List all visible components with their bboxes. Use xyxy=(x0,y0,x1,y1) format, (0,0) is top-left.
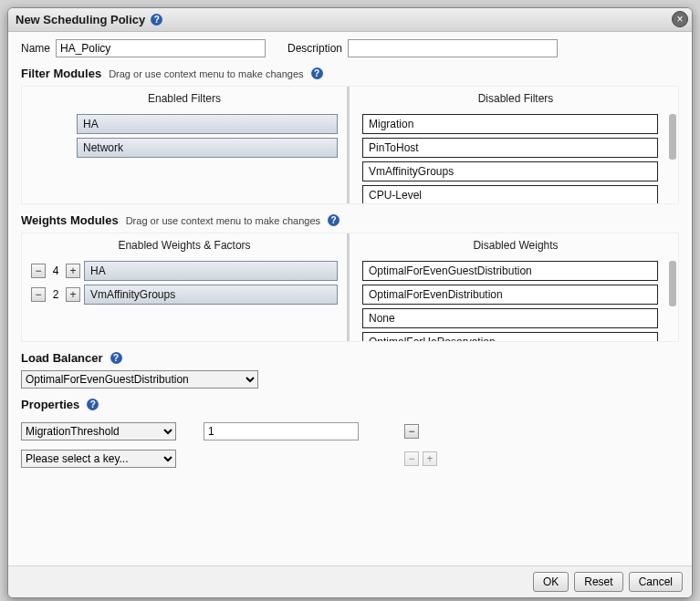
filter-modules-panel: Enabled Filters HA Network Disabled Filt… xyxy=(21,86,679,204)
filter-item[interactable]: HA xyxy=(77,114,338,134)
property-value-input[interactable] xyxy=(204,422,359,440)
weight-item[interactable]: OptimalForEvenGuestDistribution xyxy=(362,261,658,281)
dialog-footer: OK Reset Cancel xyxy=(8,565,692,597)
weight-item[interactable]: HA xyxy=(84,261,338,281)
load-balancer-select[interactable]: OptimalForEvenGuestDistribution xyxy=(21,370,258,389)
weight-item[interactable]: OptimalForEvenDistribution xyxy=(362,285,658,305)
load-balancer-row: OptimalForEvenGuestDistribution xyxy=(21,370,679,389)
factor-value: 2 xyxy=(49,288,62,301)
ok-button[interactable]: OK xyxy=(533,572,569,592)
weights-modules-hint: Drag or use context menu to make changes xyxy=(126,215,320,226)
name-description-row: Name Description xyxy=(21,39,679,57)
weights-modules-panel: Enabled Weights & Factors − 4 + HA − 2 +… xyxy=(21,233,679,342)
properties-header: Properties ? xyxy=(21,398,679,411)
weight-item[interactable]: None xyxy=(362,308,658,328)
description-label: Description xyxy=(287,42,342,55)
load-balancer-header: Load Balancer ? xyxy=(21,351,679,365)
disabled-weights-column: Disabled Weights OptimalForEvenGuestDist… xyxy=(353,233,678,341)
help-icon[interactable]: ? xyxy=(311,67,323,79)
enabled-weights-list: − 4 + HA − 2 + VmAffinityGroups xyxy=(22,257,347,341)
enabled-filters-column: Enabled Filters HA Network xyxy=(22,87,350,203)
property-row: MigrationThreshold − xyxy=(21,422,679,440)
enabled-weights-column: Enabled Weights & Factors − 4 + HA − 2 +… xyxy=(22,233,350,341)
properties-title: Properties xyxy=(21,398,79,411)
reset-button[interactable]: Reset xyxy=(574,572,622,592)
factor-decrease-button[interactable]: − xyxy=(31,264,46,278)
property-remove-button: − xyxy=(404,451,419,466)
dialog-new-scheduling-policy: New Scheduling Policy ? × Name Descripti… xyxy=(7,7,693,598)
enabled-filters-list: HA Network xyxy=(22,110,347,203)
help-icon[interactable]: ? xyxy=(110,352,122,364)
help-icon[interactable]: ? xyxy=(151,14,162,26)
property-key-select[interactable]: Please select a key... xyxy=(21,450,176,468)
property-add-button: + xyxy=(423,451,437,466)
filter-modules-header: Filter Modules Drag or use context menu … xyxy=(21,67,679,80)
help-icon[interactable]: ? xyxy=(87,399,99,410)
scrollbar[interactable] xyxy=(669,261,676,306)
dialog-body: Name Description Filter Modules Drag or … xyxy=(8,32,692,565)
disabled-filters-column: Disabled Filters Migration PinToHost VmA… xyxy=(353,87,678,203)
weight-item[interactable]: VmAffinityGroups xyxy=(84,285,338,305)
filter-item[interactable]: Migration xyxy=(362,114,658,134)
filter-item[interactable]: CPU-Level xyxy=(362,185,658,203)
weights-modules-title: Weights Modules xyxy=(21,213,119,227)
scrollbar[interactable] xyxy=(669,114,676,160)
filter-item[interactable]: PinToHost xyxy=(362,138,658,158)
factor-decrease-button[interactable]: − xyxy=(31,287,46,302)
factor-value: 4 xyxy=(49,264,62,277)
disabled-filters-list: Migration PinToHost VmAffinityGroups CPU… xyxy=(353,110,678,203)
filter-item[interactable]: Network xyxy=(77,138,338,158)
help-icon[interactable]: ? xyxy=(328,214,340,226)
disabled-weights-list: OptimalForEvenGuestDistribution OptimalF… xyxy=(353,257,678,341)
weight-item[interactable]: OptimalForHaReservation xyxy=(362,332,658,341)
load-balancer-title: Load Balancer xyxy=(21,351,103,365)
weight-row: − 4 + HA xyxy=(31,261,338,281)
filter-item[interactable]: VmAffinityGroups xyxy=(362,161,658,181)
description-input[interactable] xyxy=(348,39,558,57)
property-row: Please select a key... − + xyxy=(21,450,679,468)
factor-increase-button[interactable]: + xyxy=(66,264,80,278)
titlebar: New Scheduling Policy ? × xyxy=(8,8,692,32)
weight-row: − 2 + VmAffinityGroups xyxy=(31,285,338,305)
filter-modules-title: Filter Modules xyxy=(21,67,101,80)
name-input[interactable] xyxy=(56,39,266,57)
factor-increase-button[interactable]: + xyxy=(66,287,80,302)
weights-modules-header: Weights Modules Drag or use context menu… xyxy=(21,213,679,227)
close-icon[interactable]: × xyxy=(672,11,688,27)
enabled-filters-title: Enabled Filters xyxy=(22,87,347,110)
property-key-select[interactable]: MigrationThreshold xyxy=(21,422,176,440)
enabled-weights-title: Enabled Weights & Factors xyxy=(22,233,347,257)
dialog-title: New Scheduling Policy xyxy=(16,13,145,26)
disabled-filters-title: Disabled Filters xyxy=(353,87,678,110)
name-label: Name xyxy=(21,42,50,55)
property-remove-button[interactable]: − xyxy=(404,424,419,439)
filter-modules-hint: Drag or use context menu to make changes xyxy=(109,68,303,79)
properties-area: MigrationThreshold − Please select a key… xyxy=(21,422,679,468)
cancel-button[interactable]: Cancel xyxy=(629,572,683,592)
disabled-weights-title: Disabled Weights xyxy=(353,233,678,257)
